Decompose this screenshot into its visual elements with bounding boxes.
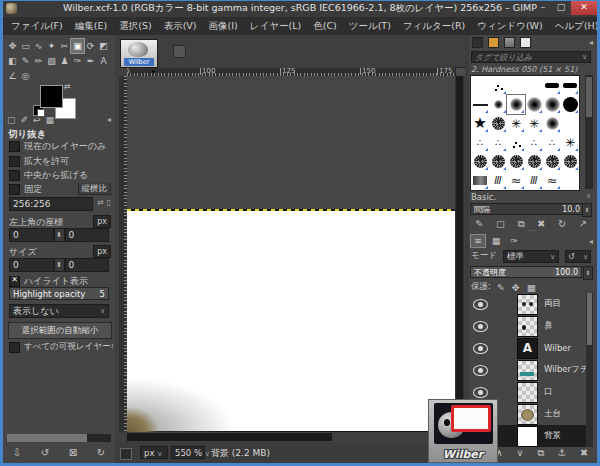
menu-item-10[interactable]: ヘルプ(H) [549, 20, 600, 33]
brush-item-31[interactable] [489, 171, 507, 190]
brush-item-32[interactable] [507, 171, 525, 190]
bucket-fill-tool[interactable]: ◧ [6, 54, 19, 68]
brush-item-21[interactable] [525, 133, 543, 152]
checkbox[interactable] [9, 276, 20, 287]
image-surface[interactable] [127, 210, 455, 432]
auto-shrink-button[interactable]: 選択範囲の自動縮小 [8, 322, 112, 339]
measure-tool[interactable]: ∠ [6, 69, 19, 83]
lock-pixels-icon[interactable]: ✎ [497, 282, 505, 293]
mode-space-dropdown[interactable]: ↺ ∨ [565, 250, 591, 263]
zoom-dropdown[interactable]: 550 % ∨ [171, 446, 205, 459]
crop-tool[interactable]: ▣ [71, 39, 84, 53]
brush-item-24[interactable] [471, 152, 489, 171]
brush-item-1[interactable] [489, 76, 507, 95]
visibility-eye-icon[interactable] [473, 387, 488, 398]
menu-item-6[interactable]: 色(C) [307, 20, 343, 33]
layer-scrollbar[interactable] [586, 293, 593, 447]
tab-menu-button[interactable] [173, 45, 186, 58]
aspect-ratio-input[interactable]: 256:256 [9, 197, 93, 211]
brush-item-17[interactable] [561, 114, 579, 133]
foreground-color-swatch[interactable] [40, 85, 63, 108]
tag-filter-input[interactable]: タグで絞り込み ∨ [471, 51, 591, 63]
position-y-input[interactable]: 0 [65, 228, 110, 242]
vertical-ruler[interactable] [119, 76, 127, 432]
tab-fonts[interactable] [520, 37, 531, 48]
scrollbar-thumb[interactable] [7, 434, 87, 442]
brush-item-8[interactable] [507, 95, 525, 114]
brush-item-11[interactable] [561, 95, 579, 114]
delete-layer-button[interactable]: ✖ [580, 447, 588, 459]
visibility-eye-icon[interactable] [473, 299, 488, 310]
layer-row-0[interactable]: 両目 [469, 293, 587, 315]
brush-item-33[interactable] [525, 171, 543, 190]
lower-layer-button[interactable]: ∨ [516, 447, 523, 459]
layer-row-1[interactable]: 鼻 [469, 315, 587, 337]
checkbox[interactable] [9, 184, 20, 195]
brush-scrollbar[interactable] [585, 75, 593, 189]
tab-paths[interactable]: ✑ [507, 235, 521, 247]
brush-item-18[interactable] [471, 133, 489, 152]
tab-brushes[interactable] [472, 37, 483, 48]
tab-patterns[interactable] [488, 37, 499, 48]
zoom-tool[interactable]: ◎ [19, 69, 32, 83]
horizontal-scrollbar[interactable] [127, 432, 455, 442]
menu-item-0[interactable]: ファイル(F) [5, 20, 69, 33]
unit-dropdown[interactable]: px ∨ [140, 446, 168, 459]
maximize-button[interactable]: □ [552, 0, 570, 15]
scissors-select-tool[interactable]: ✂ [58, 39, 71, 53]
gradient-tool[interactable]: ◩ [97, 39, 110, 53]
transform-tool[interactable]: ⟳ [84, 39, 97, 53]
save-preset-button[interactable]: ⇩ [13, 447, 21, 458]
sample-merged-checkbox[interactable]: すべての可視レイヤーを対象に [9, 341, 113, 353]
scrollbar-thumb[interactable] [456, 76, 463, 428]
tab-undo-history[interactable]: ↩ [33, 115, 41, 125]
brush-item-0[interactable] [471, 76, 489, 95]
vertical-scrollbar[interactable] [455, 76, 464, 432]
lock-alpha-icon[interactable]: ▦ [527, 282, 536, 293]
fixed-mode-dropdown[interactable]: 縦横比 [78, 183, 112, 195]
canvas-viewport[interactable] [127, 76, 455, 432]
brush-item-15[interactable] [525, 114, 543, 133]
spacing-stepper[interactable]: ⬍ [582, 203, 592, 217]
brush-item-26[interactable] [507, 152, 525, 171]
aspect-toggle-icons[interactable]: ⇄ ▯ [97, 198, 111, 207]
brush-item-22[interactable] [543, 133, 561, 152]
size-stepper[interactable]: ⬍ [54, 258, 65, 272]
collapse-icon[interactable]: ◂ [107, 115, 111, 124]
menu-item-5[interactable]: レイヤー(L) [244, 20, 307, 33]
brush-item-27[interactable] [525, 152, 543, 171]
position-x-input[interactable]: 0 [9, 228, 54, 242]
opacity-stepper[interactable]: ⬍ [583, 266, 593, 280]
pane-resize-handle[interactable]: ⋯ [465, 228, 597, 234]
close-button[interactable]: ✕ [571, 0, 597, 15]
fuzzy-select-tool[interactable]: ✦ [45, 39, 58, 53]
highlight-opacity-slider[interactable]: Highlight opacity 5 [9, 287, 109, 300]
current-layer-only-checkbox[interactable]: 現在のレイヤーのみ [9, 140, 113, 153]
tab-device-status[interactable]: ✐ [21, 115, 29, 125]
brush-item-13[interactable] [489, 114, 507, 133]
brush-item-2[interactable] [507, 76, 525, 95]
brush-item-34[interactable] [543, 171, 561, 190]
layer-row-3[interactable]: Wilberフチ [469, 359, 587, 381]
clone-tool[interactable]: ♟ [58, 54, 71, 68]
delete-preset-button[interactable]: ⊠ [69, 447, 77, 458]
brush-item-9[interactable] [525, 95, 543, 114]
menu-item-1[interactable]: 編集(E) [69, 20, 113, 33]
menu-item-2[interactable]: 選択(S) [113, 20, 157, 33]
eraser-tool[interactable]: ▨ [45, 54, 58, 68]
visibility-eye-icon[interactable] [473, 343, 488, 354]
tab-tool-options[interactable]: ▢ [7, 115, 16, 125]
position-stepper[interactable]: ⬍ [54, 228, 65, 242]
tab-layers[interactable]: ≡ [471, 235, 485, 247]
brush-item-29[interactable] [561, 152, 579, 171]
checkbox[interactable] [9, 342, 20, 353]
horizontal-ruler[interactable]: ▼ 75100125150175 [127, 68, 454, 76]
brush-item-35[interactable] [561, 171, 579, 190]
brush-preset-dropdown[interactable]: Basic. ∨ [471, 192, 591, 202]
layer-row-2[interactable]: Wilber [469, 337, 587, 359]
mode-dropdown[interactable]: 標準 ∨ [503, 250, 559, 263]
text-tool[interactable]: A [97, 54, 110, 68]
tab-gradients[interactable] [504, 37, 515, 48]
paintbrush-tool[interactable]: ✏ [32, 54, 45, 68]
brush-spacing-slider[interactable]: 間隔 10.0 ⬍ [470, 203, 584, 215]
